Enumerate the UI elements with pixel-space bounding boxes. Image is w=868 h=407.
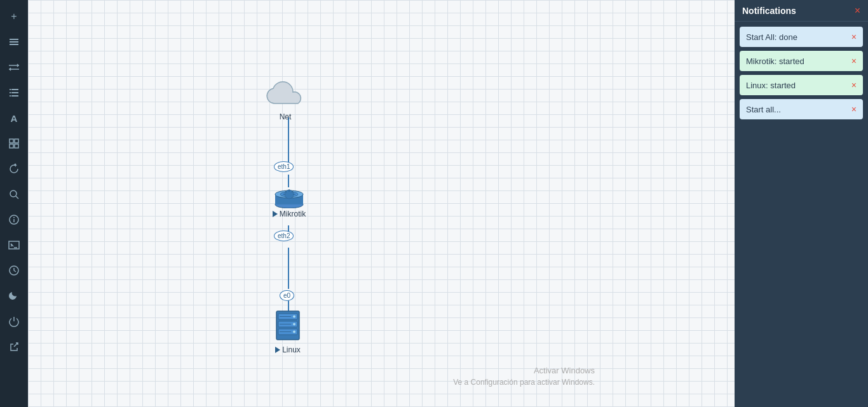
info-icon[interactable]	[3, 208, 25, 231]
svg-rect-11	[10, 144, 13, 148]
eth1-node[interactable]: eth1	[274, 161, 294, 172]
server-icon	[273, 310, 302, 344]
cloud-label: Net	[280, 112, 292, 121]
connection-lines	[28, 0, 735, 407]
svg-line-24	[14, 270, 16, 272]
svg-rect-0	[10, 39, 18, 40]
notifications-title: Notifications	[742, 6, 796, 16]
grid-icon[interactable]	[3, 132, 25, 155]
power-icon[interactable]	[3, 310, 25, 333]
svg-point-17	[13, 217, 15, 218]
notification-dismiss-button[interactable]: ×	[851, 56, 857, 66]
eth2-node[interactable]: eth2	[274, 230, 294, 241]
notification-text: Start All: done	[746, 32, 797, 42]
text-icon[interactable]: A	[3, 107, 25, 130]
export-icon[interactable]	[3, 335, 25, 358]
eth1-label: eth1	[274, 161, 294, 172]
notification-item: Mikrotik: started×	[740, 51, 863, 71]
cloud-node[interactable]: Net	[263, 79, 308, 121]
notification-item: Linux: started×	[740, 75, 863, 95]
linux-play-icon	[275, 347, 280, 353]
mikrotik-node[interactable]: Mikrotik	[272, 184, 306, 218]
zoom-icon[interactable]	[3, 183, 25, 206]
notifications-header: Notifications ×	[735, 0, 868, 22]
eth2-label: eth2	[274, 230, 294, 241]
notification-item: Start All: done×	[740, 27, 863, 47]
svg-rect-12	[15, 144, 18, 148]
linux-node[interactable]: Linux	[273, 310, 302, 354]
svg-rect-3	[11, 89, 18, 90]
notification-dismiss-button[interactable]: ×	[851, 104, 857, 114]
watermark-line1: Activar Windows	[453, 364, 595, 377]
svg-line-14	[16, 196, 18, 199]
notification-text: Linux: started	[746, 81, 796, 90]
e0-node[interactable]: e0	[280, 290, 294, 301]
clock-icon[interactable]	[3, 259, 25, 282]
arrows-icon[interactable]	[3, 56, 25, 79]
router-icon	[272, 184, 306, 208]
refresh-icon[interactable]	[3, 157, 25, 180]
notification-dismiss-button[interactable]: ×	[851, 80, 857, 90]
svg-rect-6	[10, 89, 11, 90]
svg-rect-2	[10, 44, 18, 45]
notification-text: Start all...	[746, 105, 781, 114]
windows-watermark: Activar Windows Ve a Configuración para …	[453, 364, 595, 389]
svg-point-44	[293, 316, 295, 318]
svg-point-46	[293, 331, 295, 333]
notifications-panel: Notifications × Start All: done×Mikrotik…	[735, 0, 868, 407]
svg-rect-9	[10, 139, 13, 143]
notification-dismiss-button[interactable]: ×	[851, 32, 857, 42]
canvas-area[interactable]: Net eth1 Mikrotik	[28, 0, 735, 407]
notification-text: Mikrotik: started	[746, 57, 804, 66]
add-icon[interactable]: +	[3, 5, 25, 28]
sidebar: + A	[0, 0, 28, 407]
layers-icon[interactable]	[3, 30, 25, 53]
svg-point-13	[10, 190, 17, 197]
console-icon[interactable]	[3, 234, 25, 257]
svg-point-45	[293, 323, 295, 326]
notifications-close-button[interactable]: ×	[855, 6, 860, 16]
notifications-list: Start All: done×Mikrotik: started×Linux:…	[735, 22, 868, 124]
svg-rect-10	[15, 139, 18, 143]
svg-rect-5	[11, 95, 18, 97]
watermark-line2: Ve a Configuración para activar Windows.	[453, 377, 595, 388]
svg-rect-1	[10, 41, 18, 43]
e0-label: e0	[280, 290, 294, 301]
mikrotik-label: Mikrotik	[280, 210, 306, 218]
notification-item: Start all...×	[740, 99, 863, 119]
linux-label: Linux	[282, 345, 301, 354]
svg-rect-7	[10, 92, 11, 93]
svg-rect-8	[10, 95, 11, 97]
moon-icon[interactable]	[3, 284, 25, 307]
cloud-icon	[263, 79, 308, 111]
mikrotik-play-icon	[273, 211, 278, 217]
list-icon[interactable]	[3, 81, 25, 104]
svg-rect-4	[11, 92, 18, 93]
